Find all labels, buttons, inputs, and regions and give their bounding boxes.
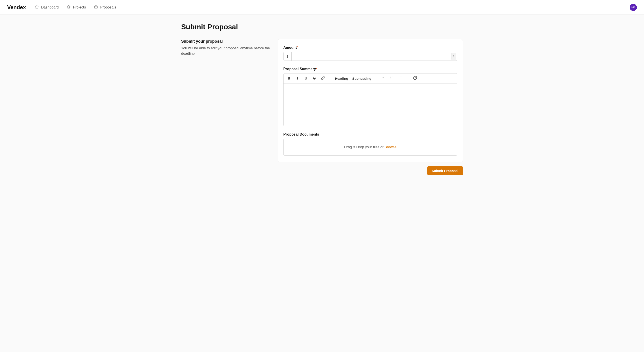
topbar-left: Vendex Dashboard Projects Proposals <box>7 4 116 10</box>
amount-stepper[interactable]: ▲ ▼ <box>451 53 456 60</box>
browse-link[interactable]: Browse <box>384 145 396 149</box>
avatar[interactable]: HD <box>630 4 637 11</box>
rich-text-editor: B I U S <box>283 73 457 126</box>
page-title: Submit Proposal <box>181 23 463 31</box>
amount-field: Amount* $ ▲ ▼ <box>283 46 457 61</box>
underline-button[interactable]: U <box>304 76 308 81</box>
amount-label-text: Amount <box>283 46 297 49</box>
subheading-button[interactable]: Subheading <box>352 77 372 80</box>
columns: Submit your proposal You will be able to… <box>181 39 463 162</box>
summary-field: Proposal Summary* B I U <box>283 67 457 126</box>
home-icon <box>35 5 39 10</box>
sub-desc: You will be able to edit your proposal a… <box>181 46 270 56</box>
svg-text:3: 3 <box>399 78 399 80</box>
topbar: Vendex Dashboard Projects Proposals <box>0 0 644 15</box>
nav-item-projects[interactable]: Projects <box>67 5 86 10</box>
sub-heading: Submit your proposal <box>181 39 270 44</box>
nav-item-proposals[interactable]: Proposals <box>94 5 116 10</box>
briefcase-icon <box>94 5 98 10</box>
svg-rect-0 <box>94 6 98 8</box>
editor-toolbar: B I U S <box>284 73 457 84</box>
chevron-down-icon: ▼ <box>453 56 455 58</box>
bold-icon: B <box>288 76 290 80</box>
amount-label: Amount* <box>283 46 457 50</box>
italic-icon: I <box>297 76 298 80</box>
link-icon <box>321 76 325 81</box>
summary-label: Proposal Summary* <box>283 67 457 71</box>
quote-button[interactable]: “ <box>381 76 386 81</box>
quote-icon: “ <box>382 77 385 80</box>
strikethrough-icon: S <box>313 76 316 80</box>
dropzone-text: Drag & Drop your files or <box>344 145 384 149</box>
file-dropzone[interactable]: Drag & Drop your files or Browse <box>283 139 457 156</box>
documents-label: Proposal Documents <box>283 133 457 137</box>
underline-icon: U <box>304 76 307 80</box>
redo-icon <box>413 76 417 81</box>
page: Submit Proposal Submit your proposal You… <box>181 15 463 184</box>
bold-button[interactable]: B <box>287 76 291 81</box>
nav-label: Proposals <box>100 5 116 9</box>
amount-input-wrap: $ ▲ ▼ <box>283 52 457 61</box>
redo-button[interactable] <box>412 76 417 81</box>
summary-input[interactable] <box>284 84 457 126</box>
number-list-icon: 123 <box>398 76 402 81</box>
currency-prefix: $ <box>284 52 292 60</box>
bullet-list-icon <box>390 76 394 81</box>
svg-point-3 <box>390 78 391 78</box>
stack-icon <box>67 5 71 10</box>
number-list-button[interactable]: 123 <box>398 76 403 81</box>
link-button[interactable] <box>321 76 325 81</box>
form-actions: Submit Proposal <box>181 166 463 175</box>
required-mark: * <box>297 46 298 49</box>
documents-field: Proposal Documents Drag & Drop your file… <box>283 133 457 156</box>
submit-button[interactable]: Submit Proposal <box>427 166 463 175</box>
svg-point-1 <box>390 77 391 77</box>
heading-button[interactable]: Heading <box>335 77 348 80</box>
nav-label: Dashboard <box>41 5 58 9</box>
strikethrough-button[interactable]: S <box>312 76 317 81</box>
main-nav: Dashboard Projects Proposals <box>35 5 116 10</box>
summary-label-text: Proposal Summary <box>283 67 316 71</box>
svg-point-5 <box>390 79 391 79</box>
brand-logo[interactable]: Vendex <box>7 4 26 10</box>
left-column: Submit your proposal You will be able to… <box>181 39 270 56</box>
bullet-list-button[interactable] <box>390 76 394 81</box>
nav-item-dashboard[interactable]: Dashboard <box>35 5 58 10</box>
amount-input[interactable] <box>292 52 450 60</box>
nav-label: Projects <box>73 5 86 9</box>
required-mark: * <box>316 67 317 70</box>
italic-button[interactable]: I <box>295 76 300 81</box>
form-card: Amount* $ ▲ ▼ Proposal Summary* <box>278 39 463 162</box>
